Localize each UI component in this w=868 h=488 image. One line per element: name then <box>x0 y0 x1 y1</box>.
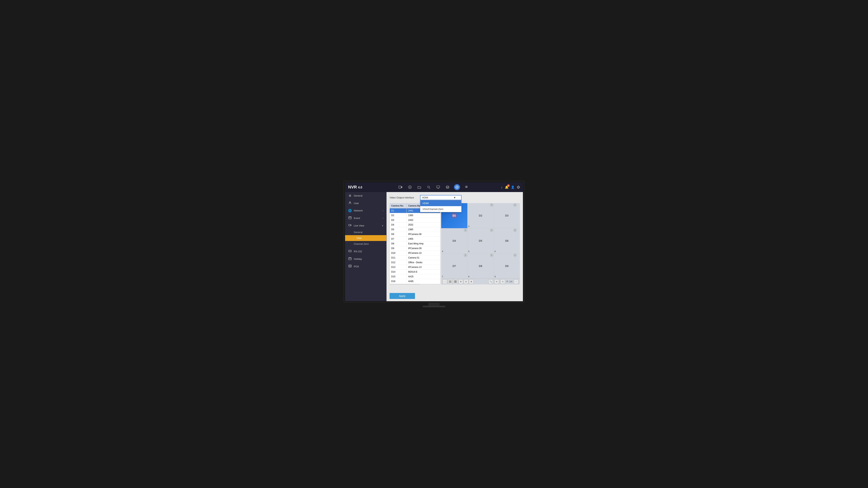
grid-cell-d8[interactable]: ✕ 8 D8 <box>468 253 494 279</box>
sidebar-item-rs232[interactable]: RS-232 <box>345 248 386 255</box>
svg-point-8 <box>446 186 449 187</box>
scrollbar-thumb <box>390 284 420 285</box>
globe-icon: 🌐 <box>348 209 352 213</box>
table-row[interactable]: D14 M2014-E <box>390 270 440 274</box>
sidebar-item-liveview[interactable]: Live View ∨ <box>345 222 386 229</box>
sidebar-item-general[interactable]: ⚙ General <box>345 192 386 199</box>
close-d9-button[interactable]: ✕ <box>514 254 517 257</box>
network-icon[interactable] <box>454 184 460 190</box>
table-row[interactable]: D5 2385 <box>390 227 440 232</box>
user-profile-icon[interactable]: 👤 <box>511 186 515 189</box>
svg-rect-40 <box>454 281 455 282</box>
table-row[interactable]: D2 2385 <box>390 213 440 218</box>
close-d2-button[interactable]: ✕ <box>490 203 493 206</box>
monitor-icon[interactable] <box>435 184 441 190</box>
sidebar-sub-channel-zero[interactable]: Channel-Zero <box>354 241 386 247</box>
search-icon[interactable] <box>426 184 432 190</box>
col-camera-no: Camera No. <box>390 203 407 208</box>
expand-arrow-event: › <box>382 217 383 219</box>
table-row[interactable]: D4 2532 <box>390 223 440 227</box>
duplicate-button[interactable]: ⧉ <box>494 280 499 284</box>
table-row[interactable]: D3 2432 <box>390 218 440 223</box>
layout-2x2-button[interactable] <box>448 280 453 284</box>
monitor-neck <box>428 303 440 306</box>
layout-special1-button[interactable]: ⊟ <box>464 280 468 284</box>
gear-icon: ⚙ <box>348 194 352 197</box>
close-d3-button[interactable]: ✕ <box>514 203 517 206</box>
grid-cell-d9[interactable]: ✕ 9 D9 <box>494 253 520 279</box>
grid-cell-d2[interactable]: ✕ D2 3 <box>468 203 494 228</box>
table-row[interactable]: D15 4A25 <box>390 274 440 279</box>
sidebar-sub-view[interactable]: View <box>345 235 386 241</box>
power-icon[interactable]: ⏻ <box>517 186 520 189</box>
camera-table: Camera No. Camera Name D1 2442 <box>390 203 440 285</box>
main-layout: ⚙ General User 🌐 Network › <box>345 192 523 301</box>
apply-button[interactable]: Apply <box>390 293 415 299</box>
table-row[interactable]: D6 IPCamera 06 <box>390 232 440 237</box>
content-area: Video Output Interface HDMI ▼ HDMI VGA/C… <box>386 192 523 301</box>
table-scrollbar[interactable] <box>390 284 440 285</box>
svg-rect-33 <box>449 281 450 282</box>
table-row[interactable]: D12 Office - Desks <box>390 260 440 265</box>
table-row[interactable]: D9 IPCamera 09 <box>390 246 440 251</box>
svg-rect-43 <box>454 282 455 283</box>
layout-special2-button[interactable]: ⊠ <box>469 280 473 284</box>
close-d4-button[interactable]: ✕ <box>464 229 467 232</box>
svg-rect-37 <box>454 280 455 281</box>
video-output-form-row: Video Output Interface HDMI ▼ HDMI VGA/C… <box>390 195 520 200</box>
table-row[interactable]: D13 IPCamera 13 <box>390 265 440 270</box>
sidebar-item-network[interactable]: 🌐 Network › <box>345 207 386 214</box>
close-d8-button[interactable]: ✕ <box>490 254 493 257</box>
layout-3x3-button[interactable] <box>453 280 458 284</box>
video-output-select[interactable]: HDMI ▼ <box>420 195 462 200</box>
calendar-icon <box>348 257 352 261</box>
playback-icon[interactable] <box>407 184 413 190</box>
zoom-out-button[interactable]: 🔍 <box>489 280 493 284</box>
sidebar-item-user[interactable]: User <box>345 199 386 207</box>
layout-1x1-button[interactable]: ⬜ <box>443 280 447 284</box>
sidebar-item-pos[interactable]: POS <box>345 263 386 270</box>
toolbar-right: 🔍 ⧉ ⊡ P: 1/4 › <box>489 280 518 284</box>
svg-rect-35 <box>449 282 450 283</box>
select-arrow: ▼ <box>454 196 456 199</box>
sidebar-item-event[interactable]: Event › <box>345 214 386 222</box>
svg-rect-28 <box>349 265 351 267</box>
table-row[interactable]: D7 2455 <box>390 237 440 241</box>
folder-icon[interactable] <box>416 184 422 190</box>
layout-4x4-button[interactable]: ⊞ <box>459 280 463 284</box>
grid-cell-d7[interactable]: 7 ✕ D7 <box>441 253 467 279</box>
dropdown-item-vga[interactable]: VGA/Channel-Zero <box>420 206 461 212</box>
sidebar-sub-general[interactable]: General <box>354 229 386 235</box>
bell-icon[interactable]: 🔔 8 <box>505 186 508 189</box>
fit-button[interactable]: ⊡ <box>500 280 505 284</box>
close-d5-button[interactable]: ✕ <box>490 229 493 232</box>
dropdown-item-hdmi[interactable]: HDMI <box>420 200 461 206</box>
settings-icon[interactable] <box>463 184 469 190</box>
grid-cell-d5[interactable]: ✕ 5 D5 <box>468 228 494 253</box>
svg-rect-5 <box>437 186 440 188</box>
svg-point-13 <box>349 202 350 203</box>
camera-name: 2385 <box>407 213 440 218</box>
grid-cell-d3[interactable]: ✕ D3 <box>494 203 520 228</box>
download-icon[interactable]: ↓ <box>501 185 502 189</box>
table-row[interactable]: D10 IPCamera 10 <box>390 251 440 256</box>
grid-cell-d6[interactable]: ✕ 6 D6 <box>494 228 520 253</box>
close-d6-button[interactable]: ✕ <box>514 229 517 232</box>
monitor-base <box>423 306 445 307</box>
close-d7-button[interactable]: ✕ <box>464 254 467 257</box>
grid-cell-d4[interactable]: 4 ✕ D4 <box>441 228 467 253</box>
video-output-dropdown: HDMI VGA/Channel-Zero <box>420 200 462 212</box>
table-row[interactable]: D11 Camera 01 <box>390 256 440 260</box>
svg-rect-38 <box>455 280 456 281</box>
record-icon[interactable] <box>398 184 403 190</box>
svg-rect-32 <box>350 266 351 267</box>
topbar: NVR 4.0 <box>345 182 523 192</box>
video-output-label: Video Output Interface <box>390 196 418 199</box>
svg-rect-30 <box>349 266 350 267</box>
storage-icon[interactable] <box>444 184 451 190</box>
table-row[interactable]: D16 4A85 <box>390 279 440 284</box>
table-row[interactable]: D8 East Wing 4mp <box>390 241 440 246</box>
next-page-button[interactable]: › <box>514 280 518 284</box>
panels: Camera No. Camera Name D1 2442 <box>390 203 520 285</box>
sidebar-item-holiday[interactable]: Holiday <box>345 255 386 263</box>
